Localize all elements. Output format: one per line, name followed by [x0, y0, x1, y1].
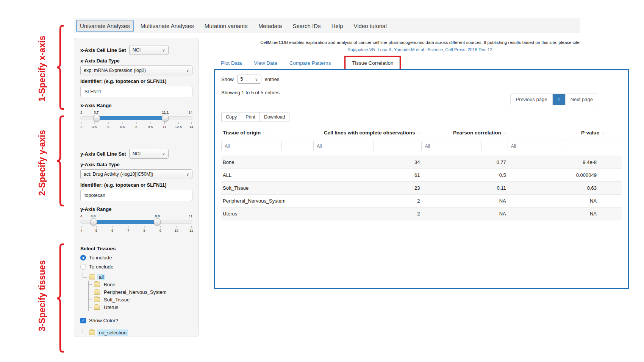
x-data-type-select[interactable]: exp: mRNA Expression (log2) ∨	[80, 66, 192, 75]
y-range-track[interactable]	[80, 220, 192, 224]
column-header-label: Pearson correlation	[453, 130, 501, 136]
exclude-radio-label: To exclude	[89, 264, 114, 270]
copy-button[interactable]: Copy	[221, 112, 241, 122]
citation-link[interactable]: Rajapakse.VN, Luna.A, Yamade.M et al. iS…	[212, 47, 629, 52]
annotation-step3-brace	[55, 243, 65, 354]
tree-node-uterus[interactable]: Uterus	[102, 304, 120, 311]
column-header-tissue[interactable]: Tissue of origin↑↓	[221, 126, 313, 139]
x-range-fill	[97, 116, 165, 120]
y-range-high-handle[interactable]	[153, 218, 161, 226]
x-range-slider: 2 3.7 11.1 14 2 3.5 5 6.5 8 9.5 11 12.5 …	[80, 110, 192, 133]
table-row: ALL 61 0.5 0.000049	[221, 169, 622, 182]
exclude-radio[interactable]	[80, 264, 86, 270]
table-row: Uterus 2 NA NA	[221, 208, 622, 220]
table-header-row: Tissue of origin↑↓ Cell lines with compl…	[221, 126, 622, 139]
y-tick: 10	[174, 228, 178, 232]
nav-metadata[interactable]: Metadata	[255, 20, 286, 32]
include-radio[interactable]	[80, 255, 86, 261]
cell-n: 2	[313, 195, 421, 208]
y-cell-line-set-select[interactable]: NCI ∨	[129, 149, 169, 159]
nav-search-ids[interactable]: Search IDs	[289, 20, 324, 32]
tree-node-no-selection[interactable]: no_selection	[97, 329, 128, 336]
cell-pvalue: 9.4e-8	[508, 156, 622, 169]
x-tick: 9.5	[148, 125, 153, 129]
x-cell-line-set-select[interactable]: NCI ∨	[129, 45, 169, 55]
x-tick: 12.5	[175, 125, 182, 129]
y-identifier-input[interactable]	[80, 190, 192, 201]
y-range-low-handle[interactable]	[90, 218, 97, 226]
filter-tissue-input[interactable]	[221, 141, 282, 151]
x-range-low-handle[interactable]	[93, 115, 100, 122]
sort-icon: ↑↓	[417, 131, 420, 135]
tree-node-peripheral-nervous-system[interactable]: Peripheral_Nervous_System	[102, 289, 168, 295]
page-1-button[interactable]: 1	[553, 94, 566, 105]
show-color-checkbox[interactable]: ✓	[80, 318, 86, 323]
y-identifier-label: Identifier: (e.g. topotecan or SLFN11)	[80, 182, 192, 188]
cell-tissue: Soft_Tissue	[221, 182, 313, 195]
annotation-step1-label: 1-Specify x-axis	[37, 30, 47, 108]
y-tick: 4	[80, 228, 82, 232]
y-tick: 11	[189, 228, 193, 232]
next-page-button[interactable]: Next page	[566, 94, 598, 105]
column-header-cell-lines[interactable]: Cell lines with complete observations↑↓	[313, 126, 421, 139]
print-button[interactable]: Print	[241, 112, 260, 122]
y-data-type-label: y-Axis Data Type	[80, 162, 192, 167]
y-range-max: 11	[189, 214, 192, 218]
folder-icon	[94, 297, 100, 302]
tree-elbow	[83, 273, 87, 278]
column-header-pvalue[interactable]: P-value↑↓	[508, 126, 622, 139]
entries-label: entries	[265, 76, 280, 82]
nav-help[interactable]: Help	[328, 20, 347, 32]
x-range-track[interactable]	[80, 116, 192, 120]
y-data-type-select[interactable]: act: Drug Activity (-log10[IC50M]) ∨	[80, 169, 192, 179]
download-button[interactable]: Download	[259, 112, 290, 122]
select-tissues-title: Select Tissues	[80, 246, 192, 251]
y-tick: 9	[159, 228, 161, 232]
filter-pvalue-input[interactable]	[508, 141, 568, 151]
y-cell-line-set-label: y-Axis Cell Line Set	[80, 151, 126, 157]
y-tick: 6	[111, 228, 113, 232]
tree-node-all[interactable]: all	[97, 274, 105, 280]
folder-icon	[89, 275, 95, 279]
chevron-down-icon: ∨	[162, 152, 165, 156]
tab-compare-patterns[interactable]: Compare Patterns	[289, 57, 331, 69]
x-tick: 5	[107, 125, 109, 129]
nav-multivariate-analyses[interactable]: Multivariate Analyses	[137, 20, 198, 32]
cell-pvalue: NA	[508, 208, 622, 220]
y-cell-line-set-value: NCI	[133, 151, 141, 156]
tree-node-bone[interactable]: Bone	[102, 281, 117, 288]
top-navbar: Univariate Analyses Multivariate Analyse…	[74, 18, 580, 33]
y-range-axis: 4 5 6 7 8 9 10 11	[80, 226, 192, 233]
selection-tree: no_selection	[82, 329, 192, 336]
nav-mutation-variants[interactable]: Mutation variants	[201, 20, 252, 32]
filter-pearson-input[interactable]	[421, 141, 482, 151]
y-tick: 7	[127, 228, 129, 232]
tissue-correlation-table: Tissue of origin↑↓ Cell lines with compl…	[221, 126, 622, 220]
page-size-select[interactable]: 5 ∨	[237, 75, 261, 84]
y-range-slider: 4 4.8 8.8 11 4 5 6 7 8 9 10 11	[80, 214, 192, 237]
tissue-correlation-highlight-box: Tissue Correlation	[344, 56, 401, 70]
previous-page-button[interactable]: Previous page	[511, 94, 552, 105]
annotation-step2-label: 2-Specify y-axis	[37, 120, 47, 205]
nav-univariate-analyses[interactable]: Univariate Analyses	[76, 20, 134, 32]
tab-plot-data[interactable]: Plot Data	[221, 57, 242, 69]
table-row: Peripheral_Nervous_System 2 NA NA	[221, 195, 622, 208]
x-range-high-handle[interactable]	[161, 115, 169, 122]
chevron-down-icon: ∨	[186, 172, 189, 176]
tree-node-soft-tissue[interactable]: Soft_Tissue	[102, 296, 131, 303]
x-identifier-label: Identifier: (e.g. topotecan or SLFN11)	[80, 78, 192, 84]
x-tick: 8	[135, 125, 137, 129]
tab-view-data[interactable]: View Data	[254, 57, 277, 69]
nav-video-tutorial[interactable]: Video tutorial	[350, 20, 390, 32]
table-filter-row	[221, 139, 622, 156]
column-header-pearson[interactable]: Pearson correlation↑↓	[421, 126, 507, 139]
tab-tissue-correlation[interactable]: Tissue Correlation	[345, 57, 400, 69]
y-tick: 8	[143, 228, 145, 232]
cell-tissue: ALL	[221, 169, 313, 182]
filter-cell-lines-input[interactable]	[313, 141, 374, 151]
cell-pvalue: NA	[508, 195, 622, 208]
sort-icon: ↑↓	[503, 131, 506, 135]
x-identifier-input[interactable]	[80, 86, 192, 97]
tree-connector	[89, 284, 92, 285]
show-label: Show	[221, 76, 234, 82]
